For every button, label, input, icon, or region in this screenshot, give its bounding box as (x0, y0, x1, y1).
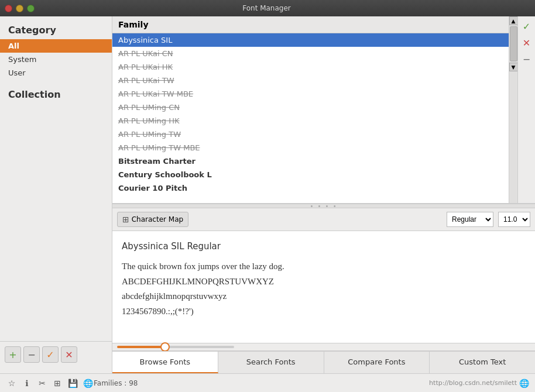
web-icon: 🌐 (519, 379, 529, 388)
font-list-item[interactable]: AR PL UMing CN (112, 101, 509, 114)
font-list-item[interactable]: AR PL UKai TW MBE (112, 87, 509, 101)
preview-area: ⊞ Character Map Regular Bold Italic Bold… (112, 208, 535, 351)
titlebar: Font Manager (0, 0, 535, 16)
apply-button[interactable]: ✓ (42, 346, 59, 363)
category-title: Category (0, 22, 112, 39)
resize-handle[interactable]: • • • • (112, 204, 535, 208)
action-panel: ✓ ✕ − (517, 16, 535, 203)
scroll-up-button[interactable]: ▲ (509, 16, 518, 25)
tab-custom-text[interactable]: Custom Text (430, 352, 535, 373)
sidebar-item-user[interactable]: User (0, 66, 112, 80)
font-list-container: Family Abyssinica SILAR PL UKai CNAR PL … (112, 16, 509, 203)
sidebar-item-all[interactable]: All (0, 39, 112, 53)
font-list-scrollbar[interactable]: ▲ ▼ (509, 16, 517, 203)
font-list-item[interactable]: Courier 10 Pitch (112, 181, 509, 195)
zoom-bar (112, 343, 535, 351)
families-count: Families : 98 (94, 379, 138, 387)
font-list-item[interactable]: AR PL UKai HK (112, 60, 509, 74)
sidebar: Category All System User Collection + − … (0, 16, 112, 373)
charmap-icon: ⊞ (122, 215, 129, 224)
font-list[interactable]: Abyssinica SILAR PL UKai CNAR PL UKai HK… (112, 33, 509, 203)
remove-collection-button[interactable]: − (23, 346, 40, 363)
character-map-button[interactable]: ⊞ Character Map (117, 212, 188, 227)
font-list-item[interactable]: AR PL UMing HK (112, 114, 509, 128)
charmap-status-icon[interactable]: ⊞ (52, 377, 63, 389)
save-icon[interactable]: 💾 (67, 377, 78, 389)
preview-sample-sentence: The quick brown fox jumps over the lazy … (122, 259, 526, 274)
preview-toolbar: ⊞ Character Map Regular Bold Italic Bold… (112, 208, 535, 231)
font-list-item[interactable]: Abyssinica SIL (112, 33, 509, 47)
star-icon[interactable]: ☆ (6, 377, 18, 389)
maximize-button[interactable] (27, 5, 35, 12)
share-icon[interactable]: 🌐 (82, 377, 94, 389)
font-style-select[interactable]: Regular Bold Italic Bold Italic (447, 212, 493, 227)
font-list-item[interactable]: Century Schoolbook L (112, 168, 509, 181)
preview-numbers: 1234567890.:,;(*!?') (122, 304, 526, 319)
minimize-button[interactable] (16, 5, 23, 12)
tab-compare-fonts[interactable]: Compare Fonts (324, 352, 430, 373)
font-list-item[interactable]: AR PL UMing TW (112, 128, 509, 141)
preview-lowercase: abcdefghijklmnopqrstuvwxyz (122, 289, 526, 304)
content-area: Category All System User Collection + − … (0, 16, 535, 373)
preview-uppercase: ABCDEFGHIJKLMNOPQRSTUVWXYZ (122, 274, 526, 290)
font-list-item[interactable]: AR PL UMing TW MBE (112, 141, 509, 154)
preview-font-name: Abyssinica SIL Regular (122, 239, 526, 253)
bottom-tabs: Browse Fonts Search Fonts Compare Fonts … (112, 351, 535, 373)
scroll-down-button[interactable]: ▼ (509, 63, 518, 71)
right-panel: Family Abyssinica SILAR PL UKai CNAR PL … (112, 16, 535, 373)
minus-button[interactable]: − (520, 53, 533, 66)
reject-button[interactable]: ✕ (520, 36, 533, 49)
font-size-select[interactable]: 11.0 12.0 14.0 16.0 18.0 (498, 212, 530, 227)
statusbar-url: http://blog.csdn.net/smilett (429, 379, 517, 387)
font-list-item[interactable]: AR PL UKai TW (112, 74, 509, 87)
sidebar-action-buttons: + − ✓ ✕ (0, 341, 112, 367)
tools-icon[interactable]: ✂ (36, 377, 48, 389)
charmap-button-label: Character Map (132, 215, 183, 223)
main-container: Category All System User Collection + − … (0, 16, 535, 392)
info-icon[interactable]: ℹ (21, 377, 33, 389)
close-button[interactable] (5, 5, 12, 12)
window-title: Font Manager (38, 4, 495, 12)
tab-browse-fonts[interactable]: Browse Fonts (112, 352, 218, 373)
tab-search-fonts[interactable]: Search Fonts (218, 352, 324, 373)
statusbar-left: ☆ ℹ ✂ ⊞ 💾 🌐 (6, 377, 94, 389)
font-list-area: Family Abyssinica SILAR PL UKai CNAR PL … (112, 16, 535, 204)
delete-button[interactable]: ✕ (61, 346, 77, 363)
font-list-item[interactable]: AR PL UKai CN (112, 47, 509, 60)
approve-button[interactable]: ✓ (520, 20, 533, 33)
statusbar: ☆ ℹ ✂ ⊞ 💾 🌐 Families : 98 http://blog.cs… (0, 373, 535, 392)
scrollbar-thumb[interactable] (510, 26, 517, 61)
add-collection-button[interactable]: + (5, 346, 21, 363)
preview-content: Abyssinica SIL Regular The quick brown f… (112, 231, 535, 343)
sidebar-item-system[interactable]: System (0, 53, 112, 66)
font-list-item[interactable]: Bitstream Charter (112, 154, 509, 168)
zoom-slider[interactable] (117, 346, 234, 348)
collection-title: Collection (0, 80, 112, 104)
font-list-header: Family (112, 16, 509, 33)
